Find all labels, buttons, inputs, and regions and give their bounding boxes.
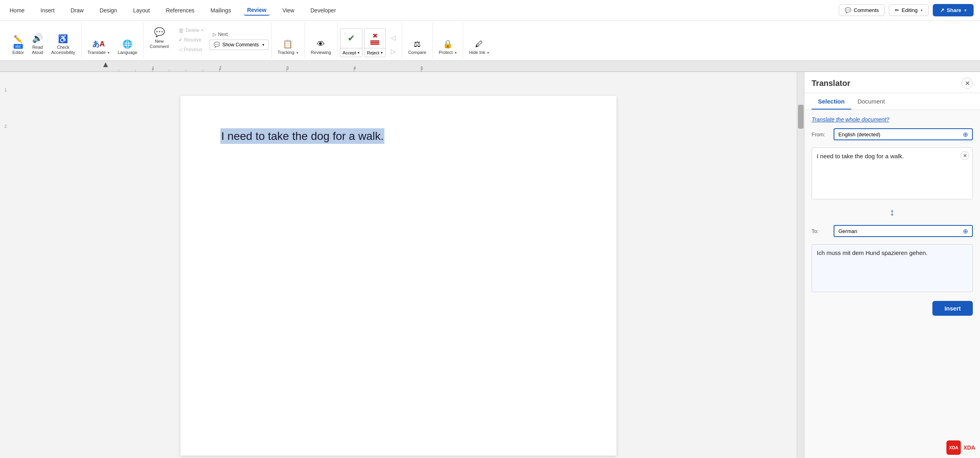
- previous-label: Previous: [184, 47, 202, 52]
- xda-badge: XDA XDA: [946, 440, 975, 455]
- next-change-button[interactable]: ▷: [387, 45, 399, 57]
- reviewing-icon: 👁: [317, 40, 325, 49]
- ribbon-group-reviewing: 👁 Reviewing: [305, 22, 338, 58]
- document-area[interactable]: 1 2 I need to take the dog for a walk.: [0, 72, 797, 458]
- insert-button[interactable]: Insert: [932, 301, 973, 316]
- ribbon-group-changes: ✔ Accept ▾ ✖ Reject: [338, 22, 402, 58]
- menu-item-mailings[interactable]: Mailings: [207, 6, 234, 15]
- document-page[interactable]: I need to take the dog for a walk.: [180, 96, 616, 456]
- selected-text: I need to take the dog for a walk.: [220, 128, 384, 144]
- tracking-button[interactable]: 📋 Tracking ▾: [274, 28, 302, 57]
- menu-item-layout[interactable]: Layout: [130, 6, 153, 15]
- next-label: Next: [218, 32, 228, 37]
- tracking-icon: 📋: [283, 39, 293, 49]
- ribbon: ✏️ abc Editor 🔊 ReadAloud ♿ CheckAccessi…: [0, 21, 980, 61]
- panel-close-button[interactable]: ✕: [962, 78, 973, 89]
- reviewing-button[interactable]: 👁 Reviewing: [307, 28, 335, 57]
- to-language-select[interactable]: German ⊕: [834, 225, 973, 237]
- compare-icon: ⚖: [414, 39, 421, 49]
- language-button[interactable]: 🌐 Language: [114, 28, 141, 57]
- hide-ink-label: Hide Ink ▾: [469, 50, 489, 55]
- menu-item-home[interactable]: Home: [6, 6, 28, 15]
- protect-icon: 🔒: [443, 39, 453, 49]
- translate-icon: あA: [92, 39, 105, 49]
- editor-label: Editor: [12, 50, 24, 55]
- show-comments-label: Show Comments: [222, 42, 259, 48]
- translated-text-box: Ich muss mit dem Hund spazieren gehen.: [812, 244, 973, 292]
- reject-icon: ✖: [372, 32, 378, 40]
- tab-document[interactable]: Document: [851, 93, 891, 110]
- swap-row: ↕: [812, 205, 973, 219]
- menu-item-view[interactable]: View: [279, 6, 298, 15]
- xda-badge-area: XDA XDA: [804, 438, 980, 458]
- prev-change-button[interactable]: ◁: [387, 32, 399, 44]
- read-aloud-label: ReadAloud: [32, 45, 43, 55]
- show-comments-icon: 💬: [214, 42, 220, 48]
- reviewing-label: Reviewing: [311, 50, 331, 55]
- menu-item-developer[interactable]: Developer: [307, 6, 339, 15]
- translate-label: Translate ▾: [88, 50, 110, 55]
- menu-item-review[interactable]: Review: [244, 5, 270, 16]
- ruler-svg: 1 2 3 4 5: [0, 61, 980, 72]
- reject-button[interactable]: ✖ Reject ▾: [364, 28, 386, 57]
- compare-button[interactable]: ⚖ Compare: [404, 28, 430, 57]
- xda-logo: XDA: [946, 440, 961, 455]
- resolve-button[interactable]: ✔ Resolve: [175, 36, 207, 44]
- ribbon-group-language: あA Translate ▾ 🌐 Language: [82, 22, 144, 58]
- hide-ink-button[interactable]: 🖊 Hide Ink ▾: [466, 28, 493, 57]
- comments-label: Comments: [854, 7, 879, 13]
- tracking-label: Tracking ▾: [278, 50, 298, 55]
- prev-change-icon: ◁: [391, 34, 396, 42]
- editing-button[interactable]: ✏ Editing ▾: [889, 4, 929, 16]
- from-language-select[interactable]: English (detected) ⊕: [834, 128, 973, 140]
- read-aloud-button[interactable]: 🔊 ReadAloud: [28, 28, 47, 57]
- tab-selection[interactable]: Selection: [812, 93, 851, 110]
- show-comments-button[interactable]: 💬 Show Comments ▾: [209, 40, 269, 50]
- read-aloud-icon: 🔊: [32, 33, 43, 44]
- resolve-label: Resolve: [184, 37, 201, 43]
- to-language-dropdown-icon: ⊕: [963, 227, 968, 235]
- translated-text: Ich muss mit dem Hund spazieren gehen.: [817, 249, 928, 256]
- new-comment-label: NewComment: [150, 39, 169, 49]
- language-icon: 🌐: [122, 39, 132, 49]
- hide-ink-icon: 🖊: [475, 40, 483, 49]
- ribbon-group-ink: 🖊 Hide Ink ▾: [463, 22, 495, 58]
- translate-button[interactable]: あA Translate ▾: [84, 28, 114, 57]
- resolve-icon: ✔: [178, 37, 182, 43]
- translate-whole-doc-link[interactable]: Translate the whole document?: [812, 116, 889, 123]
- to-field-row: To: German ⊕: [812, 225, 973, 237]
- previous-button[interactable]: ◁ Previous: [175, 45, 207, 54]
- comments-button[interactable]: 💬 Comments: [839, 4, 885, 16]
- compare-label: Compare: [408, 50, 426, 55]
- share-button[interactable]: ↗ Share ▾: [933, 4, 974, 16]
- xda-text: XDA: [963, 444, 975, 451]
- translator-panel: Translator ✕ Selection Document Translat…: [804, 72, 980, 458]
- next-button[interactable]: ▷ Next: [209, 30, 269, 39]
- accept-icon: ✔: [348, 33, 355, 44]
- protect-label: Protect ▾: [439, 50, 457, 55]
- new-comment-button[interactable]: 💬 NewComment: [146, 22, 172, 51]
- scrollbar-thumb[interactable]: [798, 105, 804, 129]
- show-comments-dropdown-icon: ▾: [262, 43, 264, 47]
- vertical-scrollbar[interactable]: [797, 72, 804, 458]
- menu-item-design[interactable]: Design: [96, 6, 120, 15]
- protect-button[interactable]: 🔒 Protect ▾: [435, 28, 460, 57]
- check-accessibility-button[interactable]: ♿ CheckAccessibility: [48, 28, 79, 57]
- menu-item-draw[interactable]: Draw: [67, 6, 87, 15]
- delete-button[interactable]: 🗑 Delete ▾: [175, 26, 207, 35]
- accept-button[interactable]: ✔ Accept ▾: [340, 28, 363, 57]
- menu-item-references[interactable]: References: [163, 6, 198, 15]
- ruler: 1 2 3 4 5: [0, 61, 980, 72]
- share-label: Share: [947, 7, 961, 13]
- accept-dropdown-icon: ▾: [358, 51, 360, 55]
- editing-dropdown-icon: ▾: [921, 8, 923, 12]
- to-label: To:: [812, 228, 830, 234]
- swap-languages-button[interactable]: ↕: [888, 205, 896, 219]
- clear-source-text-button[interactable]: ✕: [960, 151, 969, 160]
- source-text-box[interactable]: I need to take the dog for a walk. ✕: [812, 147, 973, 199]
- delete-icon: 🗑: [178, 27, 184, 34]
- menu-item-insert[interactable]: Insert: [37, 6, 58, 15]
- editor-button[interactable]: ✏️ abc Editor: [9, 28, 28, 57]
- comments-icon: 💬: [845, 7, 851, 13]
- reject-dropdown-icon: ▾: [381, 51, 383, 55]
